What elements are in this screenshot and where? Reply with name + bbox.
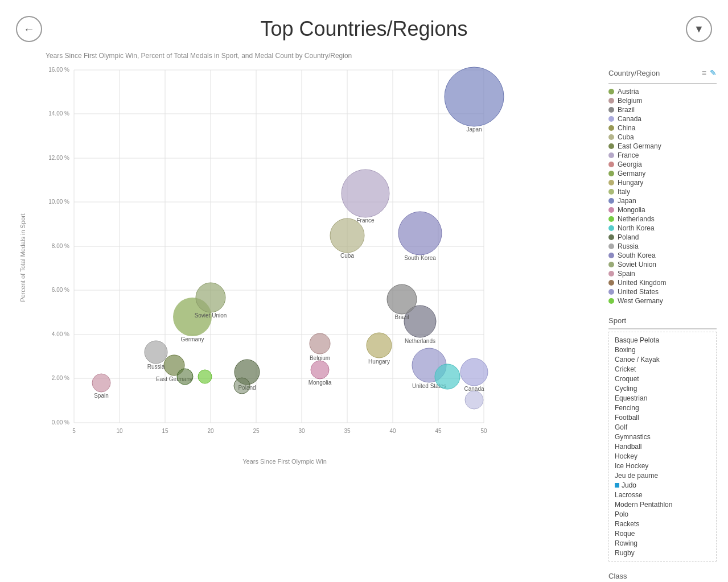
sport-item-rowing[interactable]: Rowing [614, 539, 711, 548]
legend-item-north-korea[interactable]: North Korea [608, 224, 717, 232]
svg-text:Netherlands: Netherlands [405, 338, 435, 344]
legend-item-mongolia[interactable]: Mongolia [608, 206, 717, 214]
sport-item-ice-hockey[interactable]: Ice Hockey [614, 461, 711, 470]
legend-item-japan[interactable]: Japan [608, 197, 717, 205]
sport-label: Equestrian [615, 394, 647, 402]
sport-item-rackets[interactable]: Rackets [614, 519, 711, 529]
sport-label: Cycling [615, 385, 637, 393]
legend-label: Cuba [618, 133, 634, 141]
legend-label: Canada [618, 115, 641, 123]
legend-item-united-kingdom[interactable]: United Kingdom [608, 279, 717, 287]
svg-text:Japan: Japan [466, 126, 482, 133]
bubble-north-korea[interactable] [435, 364, 460, 389]
legend-item-south-korea[interactable]: South Korea [608, 251, 717, 259]
sport-item-cycling[interactable]: Cycling [614, 384, 711, 393]
bubble-russia[interactable] [145, 341, 167, 364]
sport-item-canoe-kayak[interactable]: Canoe / Kayak [614, 355, 711, 364]
legend-item-belgium[interactable]: Belgium [608, 97, 717, 105]
legend-item-china[interactable]: China [608, 124, 717, 132]
sport-item-judo[interactable]: Judo [614, 481, 711, 490]
back-button[interactable]: ← [16, 16, 42, 42]
legend-item-russia[interactable]: Russia [608, 242, 717, 250]
bubble-poland2[interactable] [234, 378, 250, 394]
svg-text:2.00 %: 2.00 % [52, 375, 69, 381]
sport-item-golf[interactable]: Golf [614, 423, 711, 432]
sport-item-fencing[interactable]: Fencing [614, 403, 711, 412]
bubble-belgium[interactable] [310, 333, 330, 354]
legend-item-austria[interactable]: Austria [608, 88, 717, 96]
bubble-soviet[interactable] [196, 283, 225, 312]
svg-text:8.00 %: 8.00 % [52, 243, 69, 249]
country-legend-header: Country/Region [608, 64, 660, 81]
sport-label: Croquet [615, 375, 639, 383]
legend-item-italy[interactable]: Italy [608, 188, 717, 196]
bubble-spain[interactable] [92, 374, 110, 392]
sport-item-lacrosse[interactable]: Lacrosse [614, 490, 711, 500]
legend-item-georgia[interactable]: Georgia [608, 160, 717, 168]
sport-item-hockey[interactable]: Hockey [614, 452, 711, 461]
sport-item-basque-pelota[interactable]: Basque Pelota [614, 336, 711, 345]
sport-item-football[interactable]: Football [614, 413, 711, 422]
legend-item-poland[interactable]: Poland [608, 233, 717, 241]
bubble-hungary[interactable] [367, 333, 392, 358]
bubble-east-germany2[interactable] [177, 369, 193, 385]
legend-label: North Korea [618, 224, 655, 232]
sport-item-handball[interactable]: Handball [614, 442, 711, 451]
svg-text:25: 25 [253, 428, 260, 434]
sport-item-rugby[interactable]: Rugby [614, 548, 711, 558]
legend-dot [608, 143, 614, 149]
sport-label: Handball [615, 443, 641, 451]
legend-item-united-states[interactable]: United States [608, 288, 717, 296]
sport-label: Cricket [615, 365, 636, 373]
bubble-japan[interactable] [445, 67, 504, 126]
bubble-mongolia[interactable] [311, 361, 329, 379]
bubble-canada2[interactable] [465, 391, 483, 409]
legend-item-soviet-union[interactable]: Soviet Union [608, 261, 717, 269]
bubble-cuba[interactable] [330, 218, 364, 253]
sport-item-modern-pentathlon[interactable]: Modern Pentathlon [614, 500, 711, 509]
svg-text:30: 30 [298, 428, 305, 434]
legend-label: Japan [618, 197, 636, 205]
legend-item-spain[interactable]: Spain [608, 270, 717, 278]
bubble-brazil[interactable] [387, 284, 417, 314]
bubble-france[interactable] [342, 170, 389, 217]
legend-item-brazil[interactable]: Brazil [608, 106, 717, 114]
x-axis-label: Years Since First Olympic Win [74, 458, 495, 465]
sport-label: Gymnastics [615, 433, 651, 441]
svg-text:10: 10 [116, 428, 123, 434]
sport-item-roque[interactable]: Roque [614, 529, 711, 538]
sport-item-gymnastics[interactable]: Gymnastics [614, 432, 711, 441]
legend-item-hungary[interactable]: Hungary [608, 179, 717, 187]
edit-icon[interactable]: ✎ [710, 68, 717, 77]
bubble-south-korea[interactable] [398, 212, 442, 255]
sport-label: Canoe / Kayak [615, 356, 660, 364]
filter-button[interactable]: ▼ [686, 16, 712, 42]
bubble-canada[interactable] [460, 358, 488, 386]
sport-item-croquet[interactable]: Croquet [614, 374, 711, 383]
sport-item-cricket[interactable]: Cricket [614, 365, 711, 374]
sport-item-boxing[interactable]: Boxing [614, 345, 711, 354]
sport-label: Rugby [615, 549, 635, 557]
sport-item-polo[interactable]: Polo [614, 510, 711, 519]
legend-item-west-germany[interactable]: West Germany [608, 297, 717, 305]
legend-item-cuba[interactable]: Cuba [608, 133, 717, 141]
sport-panel-header: Sport [608, 312, 717, 329]
sport-label: Lacrosse [615, 491, 643, 499]
legend-item-canada[interactable]: Canada [608, 115, 717, 123]
legend-item-france[interactable]: France [608, 151, 717, 159]
legend-item-germany[interactable]: Germany [608, 170, 717, 178]
bubble-west-germany[interactable] [198, 370, 212, 383]
list-view-icon[interactable]: ≡ [702, 68, 706, 77]
legend-item-east-germany[interactable]: East Germany [608, 142, 717, 150]
sport-list[interactable]: Basque PelotaBoxingCanoe / KayakCricketC… [608, 332, 717, 562]
page-title: Top Countries/Regions [0, 0, 728, 49]
legend-dot [608, 116, 614, 122]
legend-item-netherlands[interactable]: Netherlands [608, 215, 717, 223]
sport-label: Rackets [615, 520, 639, 528]
sport-label: Football [615, 414, 639, 422]
bubble-chart: .grid-line { stroke: #e0e0e0; stroke-wid… [40, 64, 495, 451]
sport-item-equestrian[interactable]: Equestrian [614, 394, 711, 403]
legend-label: Netherlands [618, 215, 655, 223]
sport-item-jeu-de-paume[interactable]: Jeu de paume [614, 471, 711, 480]
sport-label: Hockey [615, 452, 637, 460]
